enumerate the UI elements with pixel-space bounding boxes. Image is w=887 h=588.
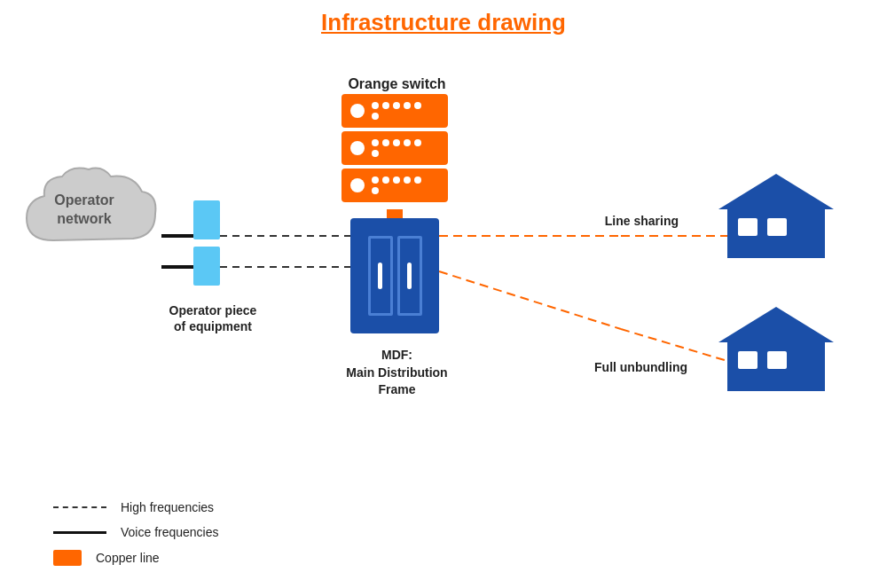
switch-unit-2	[341, 131, 448, 165]
svg-line-7	[439, 271, 621, 329]
mdf-label: MDF: Main Distribution Frame	[328, 347, 466, 399]
switch-dots	[372, 176, 425, 194]
mdf-door-right	[397, 236, 422, 316]
operator-equipment	[193, 200, 220, 289]
voice-freq-label: Voice frequencies	[121, 525, 219, 539]
copper-line-label: Copper line	[96, 551, 160, 565]
house-lower	[718, 302, 834, 395]
page-title: Infrastructure drawing	[0, 0, 887, 36]
legend-voice-freq: Voice frequencies	[53, 525, 219, 539]
ope-rect-top	[193, 200, 220, 239]
full-unbundling-label: Full unbundling	[594, 360, 687, 374]
mdf-cabinet	[350, 218, 439, 333]
switch-dots	[372, 102, 425, 120]
legend-high-freq: High frequencies	[53, 500, 219, 514]
switch-unit-3	[341, 169, 448, 202]
diagram-area: Operator network Operator piece of equip…	[0, 45, 887, 506]
operator-network-label: Operator network	[27, 192, 142, 229]
svg-rect-17	[767, 351, 787, 369]
switch-circle	[350, 141, 365, 155]
ope-label: Operator piece of equipment	[169, 302, 257, 334]
high-freq-label: High frequencies	[121, 500, 214, 514]
svg-marker-10	[718, 174, 834, 209]
mdf-doors	[368, 236, 422, 316]
mdf-handle	[407, 263, 412, 289]
switch-circle	[350, 178, 365, 192]
svg-marker-14	[718, 307, 834, 342]
svg-rect-13	[767, 218, 787, 236]
copper-line-icon	[53, 550, 82, 566]
legend: High frequencies Voice frequencies Coppe…	[53, 500, 219, 566]
switch-dots	[372, 139, 425, 157]
svg-rect-12	[738, 218, 757, 236]
house-upper	[718, 169, 834, 262]
ope-rect-bottom	[193, 247, 220, 286]
line-sharing-label: Line sharing	[605, 214, 679, 228]
dashed-line-icon	[53, 506, 106, 508]
mdf-handle	[378, 263, 382, 289]
switch-unit-1	[341, 94, 448, 128]
switch-circle	[350, 104, 365, 118]
solid-line-icon	[53, 531, 106, 534]
legend-copper-line: Copper line	[53, 550, 219, 566]
mdf-door-left	[368, 236, 393, 316]
svg-rect-16	[738, 351, 757, 369]
orange-switch	[341, 94, 448, 209]
switch-label: Orange switch	[328, 76, 466, 92]
